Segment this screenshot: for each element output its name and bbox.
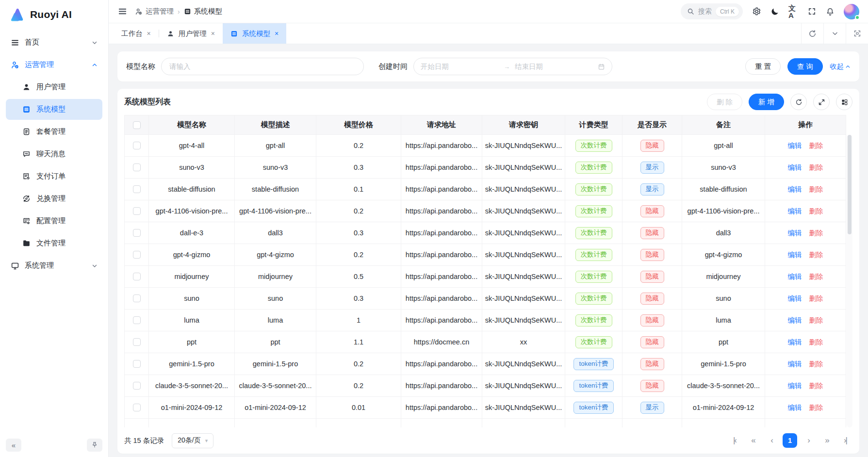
delete-link[interactable]: 删除 — [809, 163, 823, 172]
visibility-badge: 显示 — [640, 162, 664, 174]
sidebar-item-operations[interactable]: 运营管理 — [6, 54, 102, 75]
refresh-icon[interactable] — [801, 23, 823, 44]
edit-link[interactable]: 编辑 — [788, 338, 802, 347]
sidebar-item-home[interactable]: 首页 — [6, 32, 102, 53]
translate-icon[interactable]: 文A — [788, 7, 798, 16]
date-range-picker[interactable]: 开始日期 → 结束日期 — [413, 58, 612, 75]
sidebar-item-exchange[interactable]: 兑换管理 — [6, 188, 102, 209]
delete-link[interactable]: 删除 — [809, 185, 823, 194]
next-page-button[interactable]: › — [801, 433, 816, 448]
delete-link[interactable]: 删除 — [809, 141, 823, 150]
batch-delete-button[interactable]: 删 除 — [707, 94, 742, 110]
sidebar-item-packages[interactable]: 套餐管理 — [6, 121, 102, 142]
sidebar-item-config[interactable]: 配置管理 — [6, 211, 102, 231]
delete-link[interactable]: 删除 — [809, 228, 823, 238]
fast-prev-button[interactable]: « — [746, 433, 760, 448]
sidebar-collapse-button[interactable]: « — [6, 439, 21, 452]
last-page-button[interactable]: ›| — [838, 433, 852, 448]
maximize-icon[interactable] — [846, 23, 868, 44]
row-checkbox[interactable] — [133, 273, 141, 280]
table-refresh-button[interactable] — [790, 94, 807, 110]
row-checkbox-cell — [125, 244, 149, 265]
sidebar-item-files[interactable]: 文件管理 — [6, 233, 102, 254]
edit-link[interactable]: 编辑 — [788, 381, 802, 391]
breadcrumb-item-system-models[interactable]: 系统模型 — [184, 7, 222, 16]
sidebar-item-system-models[interactable]: 系统模型 — [6, 99, 102, 120]
delete-link[interactable]: 删除 — [809, 294, 823, 303]
table-expand-button[interactable] — [813, 94, 830, 110]
delete-link[interactable]: 删除 — [809, 272, 823, 281]
edit-link[interactable]: 编辑 — [788, 185, 802, 194]
tab-system-models[interactable]: 系统模型 × — [223, 23, 286, 44]
sidebar-item-chat-messages[interactable]: 聊天消息 — [6, 144, 102, 164]
notifications-bell-icon[interactable] — [825, 7, 835, 16]
close-icon[interactable]: × — [275, 30, 278, 37]
hamburger-icon[interactable] — [117, 7, 127, 16]
prev-page-button[interactable]: ‹ — [764, 433, 779, 448]
column-settings-button[interactable] — [836, 94, 852, 110]
row-checkbox[interactable] — [133, 229, 141, 237]
cell-model-desc: ppt — [235, 331, 316, 353]
sidebar-item-system-management[interactable]: 系统管理 — [6, 255, 102, 276]
fullscreen-icon[interactable] — [807, 7, 817, 16]
row-checkbox[interactable] — [133, 404, 141, 411]
topbar: 运营管理 › 系统模型 搜索 Ctrl K — [109, 0, 868, 23]
edit-link[interactable]: 编辑 — [788, 294, 802, 303]
settings-gear-icon[interactable] — [752, 7, 761, 16]
breadcrumb-item-operations[interactable]: 运营管理 — [135, 7, 174, 16]
edit-link[interactable]: 编辑 — [788, 250, 802, 260]
search-placeholder: 搜索 — [698, 7, 712, 16]
row-checkbox[interactable] — [133, 338, 141, 346]
sidebar-item-user-management[interactable]: 用户管理 — [6, 77, 102, 98]
edit-link[interactable]: 编辑 — [788, 316, 802, 325]
scrollbar-thumb[interactable] — [848, 135, 852, 234]
collapse-filter-link[interactable]: 收起 — [830, 62, 851, 71]
close-icon[interactable]: × — [211, 30, 215, 37]
page-size-select[interactable]: 20条/页 ▾ — [172, 433, 213, 448]
delete-link[interactable]: 删除 — [809, 316, 823, 325]
user-avatar[interactable] — [844, 4, 859, 19]
row-checkbox[interactable] — [133, 142, 141, 149]
row-checkbox[interactable] — [133, 382, 141, 390]
row-checkbox[interactable] — [133, 360, 141, 368]
edit-link[interactable]: 编辑 — [788, 359, 802, 369]
select-all-checkbox[interactable] — [133, 121, 141, 129]
delete-link[interactable]: 删除 — [809, 250, 823, 260]
tab-user-management[interactable]: 用户管理 × — [159, 23, 223, 44]
row-checkbox[interactable] — [133, 251, 141, 259]
logo[interactable]: Ruoyi AI — [0, 0, 108, 29]
query-button[interactable]: 查 询 — [787, 58, 823, 75]
sidebar-item-payment-orders[interactable]: 支付订单 — [6, 166, 102, 187]
edit-link[interactable]: 编辑 — [788, 228, 802, 238]
edit-link[interactable]: 编辑 — [788, 207, 802, 216]
edit-link[interactable]: 编辑 — [788, 141, 802, 150]
edit-link[interactable]: 编辑 — [788, 403, 802, 412]
close-icon[interactable]: × — [147, 30, 151, 37]
current-page-button[interactable]: 1 — [783, 433, 797, 448]
sidebar-pin-button[interactable] — [87, 439, 102, 452]
first-page-button[interactable]: |‹ — [727, 433, 742, 448]
row-checkbox[interactable] — [133, 185, 141, 193]
edit-link[interactable]: 编辑 — [788, 163, 802, 172]
model-name-input[interactable] — [161, 58, 364, 75]
row-checkbox[interactable] — [133, 316, 141, 324]
edit-link[interactable]: 编辑 — [788, 272, 802, 281]
tab-workbench[interactable]: 工作台 × — [114, 23, 159, 44]
delete-link[interactable]: 删除 — [809, 207, 823, 216]
row-checkbox[interactable] — [133, 163, 141, 171]
dark-mode-moon-icon[interactable] — [770, 7, 780, 16]
table-scrollbar[interactable] — [847, 135, 852, 427]
reset-button[interactable]: 重 置 — [745, 58, 781, 75]
fast-next-button[interactable]: » — [819, 433, 834, 448]
chevron-down-icon[interactable] — [823, 23, 846, 44]
add-button[interactable]: 新 增 — [749, 94, 784, 110]
delete-link[interactable]: 删除 — [809, 381, 823, 391]
cell-request-url: https://api.pandarobo... — [401, 353, 482, 375]
row-checkbox[interactable] — [133, 294, 141, 302]
delete-link[interactable]: 删除 — [809, 403, 823, 412]
global-search[interactable]: 搜索 Ctrl K — [681, 3, 743, 19]
delete-link[interactable]: 删除 — [809, 338, 823, 347]
row-checkbox[interactable] — [133, 207, 141, 215]
delete-link[interactable]: 删除 — [809, 359, 823, 369]
cell-model-name: gpt-4-1106-vision-pre... — [149, 200, 235, 222]
